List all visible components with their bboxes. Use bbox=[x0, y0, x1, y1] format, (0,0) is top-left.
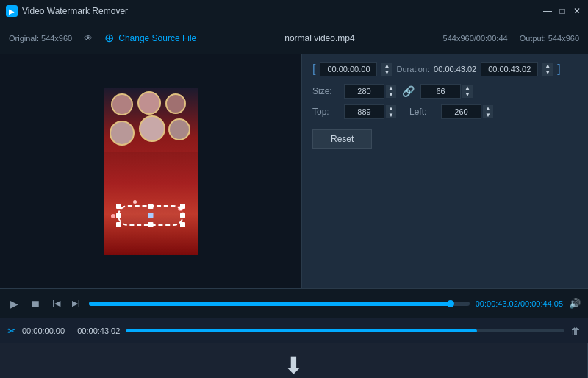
down-arrow-icon: ⬇ bbox=[284, 352, 304, 378]
start-time-down[interactable]: ▼ bbox=[381, 69, 392, 76]
video-frame bbox=[104, 88, 198, 255]
start-time-spinner: ▲ ▼ bbox=[381, 63, 392, 76]
top-label: Top: bbox=[312, 107, 338, 117]
frame-forward-button[interactable]: ▶| bbox=[69, 297, 83, 310]
lower-section: ⬇ + Add watermark removing area bbox=[0, 343, 588, 378]
video-preview bbox=[0, 54, 301, 288]
clip-fill bbox=[126, 329, 476, 332]
delete-clip-button[interactable]: 🗑 bbox=[570, 325, 581, 337]
position-row: Top: ▲ ▼ Left: ▲ ▼ bbox=[312, 104, 578, 119]
time-row: [ ▲ ▼ Duration: 00:00:43.02 ▲ ▼ ] bbox=[312, 62, 578, 76]
left-spinner: ▲ ▼ bbox=[483, 105, 493, 118]
link-icon[interactable]: 🔗 bbox=[402, 85, 415, 97]
handle-tr[interactable] bbox=[180, 204, 185, 209]
top-up[interactable]: ▲ bbox=[386, 105, 396, 112]
end-time-down[interactable]: ▼ bbox=[542, 69, 553, 76]
width-input[interactable] bbox=[344, 84, 384, 99]
end-time-up[interactable]: ▲ bbox=[542, 63, 553, 69]
volume-icon[interactable]: 🔊 bbox=[569, 298, 581, 309]
change-source-button[interactable]: ⊕ Change Source File bbox=[104, 31, 196, 45]
top-input-group: ▲ ▼ bbox=[344, 104, 396, 119]
progress-thumb bbox=[447, 300, 454, 307]
size-label: Size: bbox=[312, 86, 338, 96]
top-down[interactable]: ▼ bbox=[386, 112, 396, 118]
bracket-close: ] bbox=[557, 63, 560, 76]
eye-icon[interactable]: 👁 bbox=[84, 33, 93, 43]
play-button[interactable]: ▶ bbox=[7, 296, 21, 311]
height-input-group: ▲ ▼ bbox=[420, 84, 473, 99]
handle-tm[interactable] bbox=[148, 204, 154, 209]
start-time-up[interactable]: ▲ bbox=[381, 63, 392, 69]
width-up[interactable]: ▲ bbox=[386, 85, 396, 91]
clip-row: ✂ 00:00:00.00 — 00:00:43.02 🗑 bbox=[0, 318, 588, 343]
height-spinner: ▲ ▼ bbox=[462, 85, 473, 98]
bracket-open: [ bbox=[312, 63, 315, 76]
reset-button[interactable]: Reset bbox=[312, 129, 372, 149]
progress-fill bbox=[89, 302, 451, 306]
watermark-selection-box[interactable] bbox=[118, 205, 184, 226]
handle-lm[interactable] bbox=[116, 213, 121, 218]
change-source-label: Change Source File bbox=[118, 33, 196, 43]
stop-button[interactable]: ⏹ bbox=[27, 296, 43, 311]
top-spinner: ▲ ▼ bbox=[386, 105, 396, 118]
height-input[interactable] bbox=[420, 84, 461, 99]
left-input-group: ▲ ▼ bbox=[441, 104, 493, 119]
clip-time: 00:00:00.00 — 00:00:43.02 bbox=[22, 327, 120, 335]
end-time-spinner: ▲ ▼ bbox=[542, 63, 553, 76]
file-info: 544x960/00:00:44 bbox=[443, 34, 508, 43]
left-label: Left: bbox=[409, 107, 435, 117]
main-content: [ ▲ ▼ Duration: 00:00:43.02 ▲ ▼ ] Size: … bbox=[0, 54, 588, 288]
title-text: Video Watermark Remover bbox=[22, 6, 128, 16]
left-input[interactable] bbox=[441, 104, 481, 119]
width-down[interactable]: ▼ bbox=[386, 91, 396, 98]
output-size-label: Output: 544x960 bbox=[520, 34, 579, 43]
duration-value: 00:00:43.02 bbox=[434, 65, 476, 74]
duration-label: Duration: bbox=[396, 65, 429, 74]
height-down[interactable]: ▼ bbox=[462, 91, 473, 98]
minimize-button[interactable]: — bbox=[542, 6, 553, 16]
clip-progress-bar[interactable] bbox=[126, 329, 564, 332]
width-input-group: ▲ ▼ bbox=[344, 84, 396, 99]
scissors-icon: ✂ bbox=[7, 325, 16, 337]
title-bar-left: ▶ Video Watermark Remover bbox=[6, 5, 128, 17]
handle-bm[interactable] bbox=[148, 222, 154, 227]
width-spinner: ▲ ▼ bbox=[386, 85, 396, 98]
maximize-button[interactable]: □ bbox=[557, 6, 567, 16]
height-up[interactable]: ▲ bbox=[462, 85, 473, 91]
controls-bar: ▶ ⏹ |◀ ▶| 00:00:43.02/00:00:44.05 🔊 bbox=[0, 288, 588, 318]
start-time-input[interactable] bbox=[320, 62, 377, 76]
frame-back-button[interactable]: |◀ bbox=[49, 297, 63, 310]
left-down[interactable]: ▼ bbox=[483, 112, 493, 118]
left-up[interactable]: ▲ bbox=[483, 105, 493, 112]
title-bar: ▶ Video Watermark Remover — □ ✕ bbox=[0, 0, 588, 22]
handle-center[interactable] bbox=[148, 213, 154, 218]
left-lower-panel: ⬇ + Add watermark removing area bbox=[0, 343, 588, 378]
top-input[interactable] bbox=[344, 104, 384, 119]
handle-tl[interactable] bbox=[116, 204, 121, 209]
original-size-label: Original: 544x960 bbox=[9, 34, 72, 43]
progress-bar[interactable] bbox=[89, 302, 470, 306]
cake-image bbox=[104, 88, 198, 255]
handle-bl[interactable] bbox=[116, 222, 121, 227]
file-name: normal video.mp4 bbox=[208, 33, 431, 43]
time-display: 00:00:43.02/00:00:44.05 bbox=[476, 299, 563, 308]
app-icon: ▶ bbox=[6, 5, 18, 17]
end-time-input[interactable] bbox=[481, 62, 538, 76]
close-button[interactable]: ✕ bbox=[572, 6, 582, 16]
handle-rm[interactable] bbox=[180, 213, 185, 218]
right-panel: [ ▲ ▼ Duration: 00:00:43.02 ▲ ▼ ] Size: … bbox=[301, 54, 588, 288]
size-row: Size: ▲ ▼ 🔗 ▲ ▼ bbox=[312, 84, 578, 99]
title-controls: — □ ✕ bbox=[542, 6, 582, 16]
top-bar: Original: 544x960 👁 ⊕ Change Source File… bbox=[0, 22, 588, 54]
handle-br[interactable] bbox=[180, 222, 185, 227]
plus-circle-icon: ⊕ bbox=[104, 31, 114, 45]
